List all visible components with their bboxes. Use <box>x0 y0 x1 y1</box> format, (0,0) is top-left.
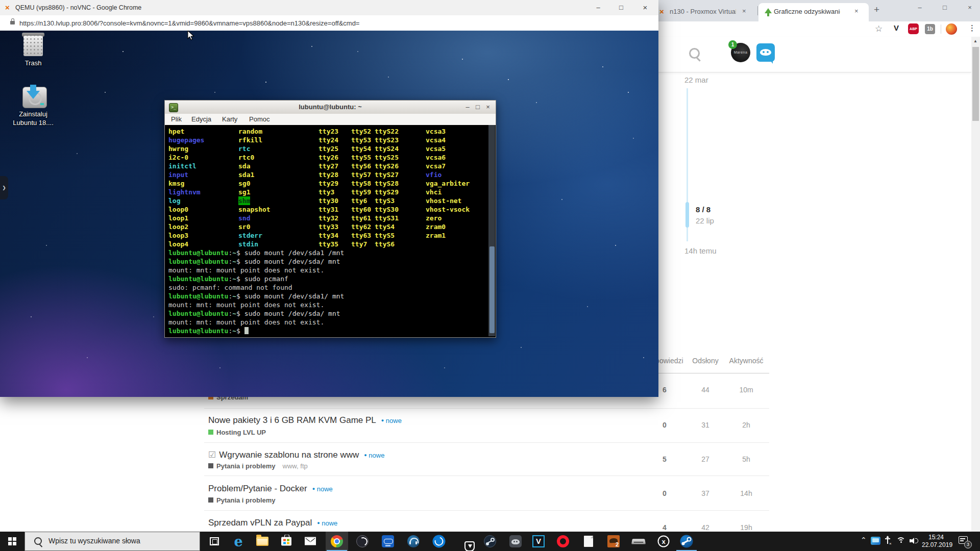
nowe-badge[interactable]: ● nowe <box>317 519 337 527</box>
vnc-close-button[interactable]: × <box>634 0 656 15</box>
adblock-plus-icon[interactable]: ABP <box>908 23 919 34</box>
topic-replies[interactable]: 0 <box>663 421 667 429</box>
taskbar-uplay[interactable] <box>428 532 450 551</box>
back-minimize-button[interactable]: – <box>909 0 931 15</box>
tray-clock-date[interactable]: 22.07.2019 <box>922 541 950 548</box>
taskbar-store[interactable] <box>275 532 298 551</box>
taskbar-mail[interactable] <box>299 532 322 551</box>
terminal-minimize-button[interactable]: – <box>463 103 472 112</box>
vnc-minimize-button[interactable]: – <box>587 0 609 15</box>
topic-category[interactable]: Pytania i problemy <box>208 496 276 504</box>
desktop-icon-install-lubuntu[interactable]: Zainstaluj Lubuntu 18.... <box>0 84 66 135</box>
lubuntu-desktop[interactable]: Trash Zainstaluj Lubuntu 18.... ❯ >_ lub… <box>0 31 658 397</box>
topic-category[interactable]: Hosting LVL UP <box>208 429 266 436</box>
column-header-views[interactable]: Odsłony <box>692 357 718 365</box>
menu-pomoc[interactable]: Pomoc <box>249 115 270 123</box>
page-scrollbar[interactable]: ▲ <box>971 37 980 532</box>
topic-category[interactable]: Pytania i problemywww, ftp <box>208 462 308 470</box>
menu-karty[interactable]: Karty <box>222 115 237 123</box>
topic-activity[interactable]: 10m <box>739 386 753 394</box>
taskbar-steam-running[interactable] <box>675 532 698 551</box>
scrollbar-thumb[interactable] <box>972 47 979 121</box>
taskbar-search-box[interactable] <box>24 532 200 551</box>
vnc-maximize-button[interactable]: □ <box>610 0 632 15</box>
topic-activity[interactable]: 14h <box>740 489 752 497</box>
taskbar-discord[interactable] <box>504 532 527 551</box>
terminal-close-button[interactable]: × <box>483 103 493 112</box>
taskbar-explorer[interactable] <box>251 532 274 551</box>
tray-chevron-up-icon[interactable]: ⌃ <box>861 536 867 544</box>
scrollbar-up-arrow[interactable]: ▲ <box>973 39 977 43</box>
extension-v-icon[interactable]: V <box>894 23 899 32</box>
task-view-button[interactable] <box>203 532 226 551</box>
https-lock-icon[interactable] <box>10 21 15 24</box>
desktop-icon-trash[interactable]: Trash <box>0 31 66 77</box>
taskbar-vegas[interactable]: V <box>527 532 550 551</box>
back-close-button[interactable]: × <box>959 0 980 15</box>
topic-tags[interactable]: www, ftp <box>283 462 308 470</box>
tray-usb-icon[interactable]: × <box>885 537 891 545</box>
topic-replies[interactable]: 5 <box>663 455 667 463</box>
nowe-badge[interactable]: ● nowe <box>312 485 333 493</box>
taskbar-notepad[interactable] <box>577 532 600 551</box>
menu-plik[interactable]: Plik <box>171 115 182 123</box>
novnc-control-handle[interactable]: ❯ <box>0 176 8 199</box>
discord-icon[interactable] <box>756 43 775 62</box>
taskbar-console-app[interactable] <box>627 532 650 551</box>
bookmark-star-icon[interactable]: ☆ <box>875 23 883 34</box>
topic-title[interactable]: ☑Wgrywanie szablonu na strone www● nowe <box>208 449 384 460</box>
topic-title[interactable]: Nowe pakiety 3 i 6 GB RAM KVM Game PL● n… <box>208 415 402 425</box>
menu-edycja[interactable]: Edycja <box>191 115 211 123</box>
taskbar-opera[interactable] <box>552 532 574 551</box>
timeline-end[interactable]: 14h temu <box>684 246 717 255</box>
terminal-scrollbar-thumb[interactable] <box>489 246 495 333</box>
taskbar-edge[interactable]: e <box>227 532 250 551</box>
column-header-activity[interactable]: Aktywność <box>729 357 764 365</box>
topic-replies[interactable]: 0 <box>663 489 667 497</box>
forum-search-icon[interactable] <box>689 48 700 59</box>
terminal-scrollbar[interactable] <box>488 125 495 336</box>
vnc-address-bar[interactable]: https://n130.lvlup.pro:8006/?console=kvm… <box>0 15 658 31</box>
vnc-window-titlebar[interactable]: × QEMU (vps8860) - noVNC - Google Chrome… <box>0 0 658 16</box>
terminal-body[interactable]: hpetrandomtty23tty52ttyS22vcsa3hugepages… <box>165 125 496 336</box>
timeline-thumb[interactable] <box>685 202 689 228</box>
taskbar-shield-app[interactable] <box>453 532 476 551</box>
tray-clock-time[interactable]: 15:24 <box>922 534 950 541</box>
taskbar-chrome[interactable] <box>326 532 348 551</box>
topic-activity[interactable]: 19h <box>740 523 752 532</box>
search-input[interactable] <box>47 536 192 545</box>
terminal-window[interactable]: >_ lubuntu@lubuntu: ~ – □ × Plik Edycja … <box>164 100 496 338</box>
topic-title[interactable]: Problem/Pytanie - Docker● nowe <box>208 484 333 494</box>
tab-graficzne-active[interactable]: Graficzne odzyskiwanie plik × <box>758 3 869 21</box>
tab-close-icon[interactable]: × <box>742 7 746 15</box>
notification-count-badge[interactable]: 1 <box>728 40 737 49</box>
taskbar-ps4-remote-play[interactable] <box>377 532 399 551</box>
nowe-badge[interactable]: ● nowe <box>364 452 384 459</box>
topic-activity[interactable]: 2h <box>742 421 750 429</box>
taskbar-obs[interactable] <box>351 532 374 551</box>
extension-1b-icon[interactable]: 1b <box>925 24 935 34</box>
browser-profile-avatar[interactable] <box>946 23 957 35</box>
taskbar-state-of-decay-2[interactable]: 2 <box>602 532 625 551</box>
topic-replies[interactable]: 6 <box>663 386 667 394</box>
topic-replies[interactable]: 4 <box>663 523 667 532</box>
start-button[interactable] <box>0 532 24 551</box>
back-restore-button[interactable]: □ <box>934 0 956 15</box>
taskbar-xbox[interactable]: x <box>652 532 675 551</box>
timeline-start-date[interactable]: 22 mar <box>684 76 708 84</box>
url-text[interactable]: https://n130.lvlup.pro:8006/?console=kvm… <box>19 19 359 27</box>
taskbar-steam[interactable] <box>479 532 501 551</box>
browser-menu-icon[interactable]: ⋮ <box>968 23 976 33</box>
topic-activity[interactable]: 5h <box>742 455 750 463</box>
tab-close-icon[interactable]: × <box>854 7 859 15</box>
tab-proxmox[interactable]: × n130 - Proxmox Virtual Envi × <box>656 3 756 21</box>
tray-display-icon[interactable] <box>871 537 880 545</box>
tray-volume-icon[interactable] <box>910 537 919 544</box>
nowe-badge[interactable]: ● nowe <box>381 417 402 424</box>
tray-wifi-icon[interactable] <box>896 537 905 544</box>
terminal-maximize-button[interactable]: □ <box>473 103 482 112</box>
terminal-titlebar[interactable]: >_ lubuntu@lubuntu: ~ – □ × <box>165 101 496 114</box>
topic-title[interactable]: Sprzedam vPLN za Paypal● nowe <box>208 518 337 528</box>
taskbar-headset-app[interactable] <box>402 532 425 551</box>
new-tab-button[interactable]: + <box>874 4 879 15</box>
